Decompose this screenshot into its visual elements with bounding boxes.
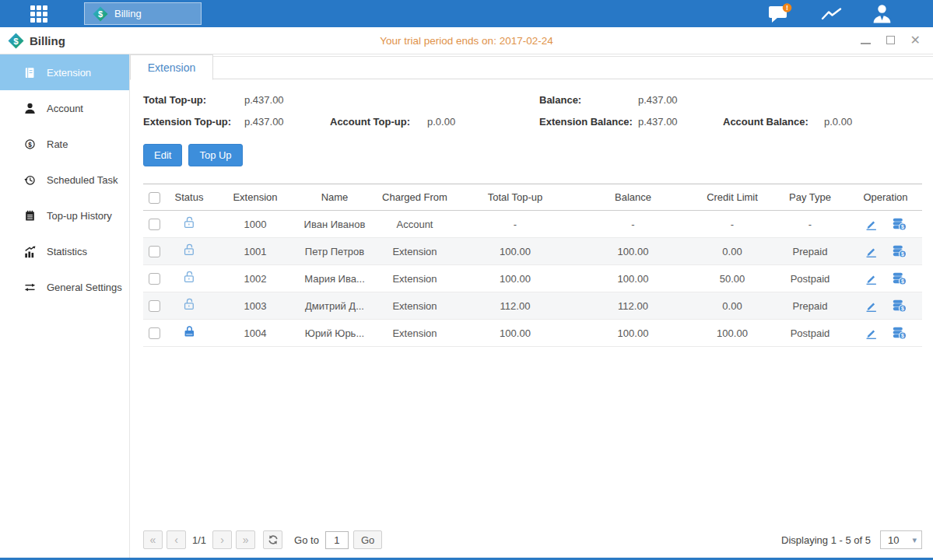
sidebar-item-rate[interactable]: $ Rate	[0, 126, 129, 162]
prev-page-button[interactable]: ‹	[167, 530, 186, 549]
last-page-button[interactable]: »	[236, 530, 255, 549]
goto-page-input[interactable]	[325, 531, 349, 549]
balance-label: Balance:	[539, 94, 638, 106]
cell-total-topup: 100.00	[458, 320, 573, 347]
pagination-bar: « ‹ 1/1 › » Go to	[143, 529, 922, 551]
sidebar-item-topup-history[interactable]: Top-up History	[0, 198, 129, 233]
extension-balance-label: Extension Balance:	[539, 116, 638, 128]
sidebar-item-label: Statistics	[47, 246, 87, 257]
refresh-button[interactable]	[263, 530, 282, 549]
row-checkbox[interactable]	[149, 246, 160, 257]
tab-strip-filler	[213, 56, 933, 79]
extension-topup-label: Extension Top-up:	[143, 116, 244, 128]
sidebar: Extension Account $	[0, 54, 130, 558]
cell-pay-type: Postpaid	[771, 320, 849, 347]
table-row[interactable]: 1001 Петр Петров Extension 100.00 100.00…	[143, 238, 922, 265]
cell-balance: 100.00	[573, 238, 693, 265]
edit-icon[interactable]	[865, 218, 878, 231]
cell-charged-from: Extension	[372, 238, 458, 265]
unlock-icon[interactable]	[182, 270, 197, 285]
application-window: $ Billing !	[0, 0, 933, 560]
topup-icon[interactable]: $	[892, 244, 907, 258]
lock-icon[interactable]	[182, 324, 197, 339]
top-up-button[interactable]: Top Up	[188, 144, 242, 166]
row-checkbox[interactable]	[149, 273, 160, 285]
sidebar-item-label: Extension	[47, 67, 91, 79]
displaying-text: Displaying 1 - 5 of 5	[781, 534, 871, 546]
cell-pay-type: -	[771, 211, 849, 238]
maximize-icon[interactable]	[886, 35, 895, 46]
cell-pay-type: Prepaid	[771, 292, 849, 320]
cell-charged-from: Extension	[372, 265, 458, 292]
unlock-icon[interactable]	[182, 297, 197, 312]
cell-balance: 112.00	[573, 292, 693, 320]
edit-icon[interactable]	[865, 299, 878, 313]
minimize-icon[interactable]	[861, 35, 871, 46]
goto-label: Go to	[294, 534, 319, 546]
cell-name: Иван Иванов	[297, 211, 372, 238]
page-size-select[interactable]: 10 ▾	[880, 530, 922, 549]
taskbar: $ Billing !	[0, 0, 933, 27]
sidebar-item-extension[interactable]: Extension	[0, 54, 129, 90]
window-title: Billing	[30, 34, 65, 47]
cell-total-topup: 112.00	[458, 292, 573, 320]
taskbar-tab-billing[interactable]: $ Billing	[84, 2, 202, 25]
row-checkbox[interactable]	[149, 219, 160, 230]
cell-credit-limit: -	[693, 211, 771, 238]
column-header-name: Name	[297, 184, 372, 211]
cell-name: Дмитрий Д...	[297, 292, 372, 320]
table-row[interactable]: 1003 Дмитрий Д... Extension 112.00 112.0…	[143, 292, 922, 320]
cell-credit-limit: 0.00	[693, 238, 771, 265]
cell-name: Юрий Юрь...	[297, 320, 372, 347]
edit-icon[interactable]	[865, 245, 878, 258]
page-indicator: 1/1	[192, 534, 206, 546]
notifications-icon[interactable]: !	[767, 3, 792, 24]
svg-text:$: $	[28, 141, 32, 148]
sidebar-item-general-settings[interactable]: General Settings	[0, 269, 129, 305]
column-header-extension: Extension	[213, 184, 297, 211]
cell-extension: 1000	[213, 211, 297, 238]
edit-button[interactable]: Edit	[143, 144, 182, 166]
edit-icon[interactable]	[865, 327, 878, 340]
dollar-circle-icon: $	[23, 138, 37, 151]
topup-icon[interactable]: $	[892, 271, 907, 285]
taskbar-tab-label: Billing	[114, 8, 142, 19]
unlock-icon[interactable]	[182, 243, 197, 257]
unlock-icon[interactable]	[182, 215, 197, 230]
first-page-button[interactable]: «	[143, 530, 163, 549]
column-header-operation: Operation	[849, 184, 922, 211]
cell-pay-type: Prepaid	[771, 238, 849, 265]
cell-extension: 1001	[213, 238, 297, 265]
topup-icon[interactable]: $	[892, 217, 907, 231]
tab-extension[interactable]: Extension	[130, 54, 213, 80]
extension-table: Status Extension Name Charged From Total…	[143, 184, 922, 347]
account-topup-label: Account Top-up:	[330, 116, 427, 128]
sliders-icon	[23, 281, 37, 294]
go-button[interactable]: Go	[353, 530, 382, 549]
next-page-button[interactable]: ›	[212, 530, 232, 549]
resource-monitor-icon[interactable]	[820, 5, 844, 23]
sidebar-item-scheduled-task[interactable]: Scheduled Task	[0, 162, 129, 198]
sidebar-item-statistics[interactable]: Statistics	[0, 233, 129, 269]
column-header-charged-from: Charged From	[372, 184, 458, 211]
cell-charged-from: Account	[372, 211, 458, 238]
svg-text:$: $	[98, 9, 103, 18]
app-launcher-icon[interactable]	[29, 4, 49, 24]
edit-icon[interactable]	[865, 272, 878, 285]
table-row[interactable]: 1004 Юрий Юрь... Extension 100.00 100.00…	[143, 320, 922, 347]
topup-icon[interactable]: $	[892, 299, 907, 313]
cell-credit-limit: 0.00	[693, 292, 771, 320]
table-row[interactable]: 1000 Иван Иванов Account - - - -	[143, 211, 922, 238]
select-all-checkbox[interactable]	[149, 192, 160, 204]
cell-credit-limit: 50.00	[693, 265, 771, 292]
table-row[interactable]: 1002 Мария Ива... Extension 100.00 100.0…	[143, 265, 922, 292]
sidebar-item-account[interactable]: Account	[0, 90, 129, 126]
row-checkbox[interactable]	[149, 300, 160, 312]
extension-topup-value: p.437.00	[244, 116, 284, 128]
total-topup-value: p.437.00	[244, 94, 284, 106]
row-checkbox[interactable]	[149, 327, 160, 339]
close-icon[interactable]: ✕	[910, 34, 921, 47]
user-account-icon[interactable]	[872, 3, 893, 24]
topup-icon[interactable]: $	[892, 326, 907, 340]
dropdown-arrow-icon: ▾	[912, 535, 917, 545]
